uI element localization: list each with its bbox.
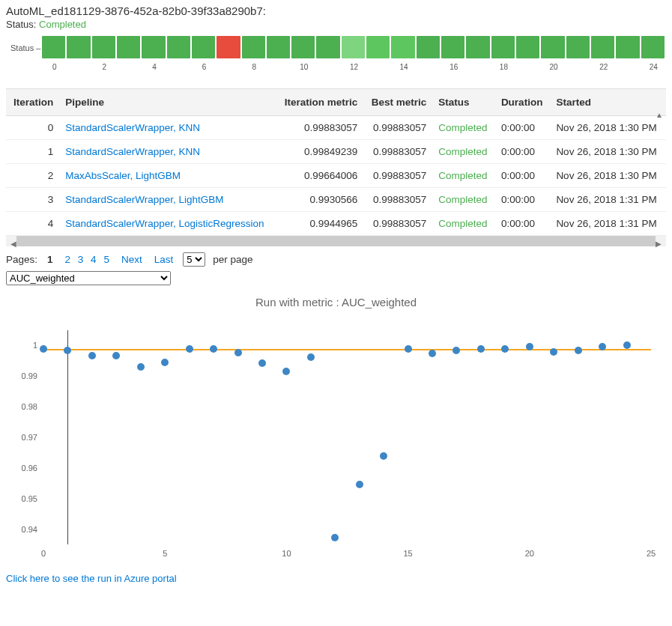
chart-point[interactable] [258,359,266,367]
chart-point[interactable] [599,343,606,350]
chart-xtick: 10 [282,549,291,558]
cell-status: Completed [438,170,487,181]
chart-point[interactable] [161,359,169,366]
status-cell[interactable] [391,36,414,58]
chart-point[interactable] [282,368,290,375]
chart-point[interactable] [405,345,412,353]
chart-point[interactable] [452,347,460,354]
pager-last[interactable]: Last [152,254,176,265]
metric-chart[interactable]: Run with metric : AUC_weighted 0.940.950… [6,296,666,565]
cell-best-metric: 0.99883057 [363,116,432,140]
table-row: 3StandardScalerWrapper, LightGBM0.993056… [6,188,666,212]
status-cell[interactable] [167,36,190,58]
per-page-suffix: per page [213,254,252,265]
chart-ytick: 0.97 [22,433,37,442]
col-iteration[interactable]: Iteration [6,89,59,116]
per-page-select[interactable]: 5 [183,252,205,267]
cell-started: Nov 26, 2018 1:30 PM [550,116,666,140]
chart-point[interactable] [40,345,47,353]
hscroll-right-icon[interactable]: ▶ [656,240,662,248]
cell-iter-metric: 0.99664006 [276,164,364,188]
pager-next[interactable]: Next [119,254,145,265]
status-cell[interactable] [291,36,315,58]
chart-point[interactable] [307,353,315,361]
status-cell[interactable] [217,36,240,58]
status-cell[interactable] [92,36,115,58]
chart-point[interactable] [210,345,217,353]
hscroll-track[interactable]: ◀ ▶ [6,236,666,246]
status-cell[interactable] [516,36,539,58]
chart-point[interactable] [623,341,631,349]
pager-page[interactable]: 3 [76,254,86,265]
status-cell[interactable] [591,36,614,58]
status-xtick: 4 [152,63,157,71]
table-row: 4StandardScalerWrapper, LogisticRegressi… [6,212,666,236]
status-cell[interactable] [441,36,464,58]
col-status[interactable]: Status [432,89,495,116]
chart-point[interactable] [112,352,120,359]
status-cell[interactable] [242,36,265,58]
status-cell[interactable] [417,36,440,58]
chart-point[interactable] [64,347,71,354]
results-table-container: ▲ Iteration Pipeline Iteration metric Be… [6,88,666,246]
cell-iteration: 2 [6,164,59,188]
status-cell[interactable] [142,36,165,58]
status-cell[interactable] [42,36,65,58]
chart-ytick: 0.95 [22,494,37,503]
pager-page[interactable]: 5 [101,254,112,265]
chart-point[interactable] [186,345,193,353]
col-duration[interactable]: Duration [495,89,551,116]
hscroll-left-icon[interactable]: ◀ [10,240,16,248]
pager-page[interactable]: 4 [88,254,99,265]
chart-ytick: 0.99 [22,371,37,380]
col-iter-metric[interactable]: Iteration metric [276,89,364,116]
status-cell[interactable] [641,36,665,58]
chart-point[interactable] [477,345,485,353]
chart-point[interactable] [356,481,363,488]
pipeline-link[interactable]: StandardScalerWrapper, LightGBM [65,194,223,205]
chart-point[interactable] [137,363,145,371]
pipeline-link[interactable]: StandardScalerWrapper, LogisticRegressio… [65,218,264,229]
chart-point[interactable] [575,347,582,354]
pipeline-link[interactable]: StandardScalerWrapper, KNN [65,122,200,133]
chart-point[interactable] [380,452,387,460]
status-axis-label: Status – [10,43,40,52]
status-cell[interactable] [67,36,90,58]
chart-point[interactable] [429,350,436,357]
chart-point[interactable] [234,349,242,356]
status-cell[interactable] [192,36,215,58]
cell-status: Completed [438,218,487,229]
pipeline-link[interactable]: StandardScalerWrapper, KNN [65,146,200,157]
pager-page[interactable]: 2 [63,254,73,265]
status-cell[interactable] [491,36,515,58]
status-xtick: 18 [500,63,508,71]
status-cell[interactable] [267,36,290,58]
status-cell[interactable] [466,36,489,58]
col-pipeline[interactable]: Pipeline [59,89,276,116]
status-cell[interactable] [117,36,140,58]
chart-point[interactable] [501,345,509,353]
chart-xtick: 5 [163,549,167,558]
status-xtick: 0 [52,63,57,71]
chart-point[interactable] [550,348,557,356]
status-cell[interactable] [566,36,590,58]
status-xtick: 24 [650,63,658,71]
chart-point[interactable] [88,352,96,359]
status-cell[interactable] [342,36,365,58]
azure-portal-link[interactable]: Click here to see the run in Azure porta… [6,573,177,584]
status-cell[interactable] [616,36,639,58]
status-xtick: 6 [202,63,207,71]
status-cell[interactable] [366,36,390,58]
status-xtick: 20 [549,63,557,71]
chart-point[interactable] [331,534,339,541]
col-started[interactable]: Started [550,89,666,116]
pipeline-link[interactable]: MaxAbsScaler, LightGBM [65,170,181,181]
col-best-metric[interactable]: Best metric [363,89,432,116]
status-cell[interactable] [316,36,339,58]
cell-duration: 0:00:00 [495,116,551,140]
status-cell[interactable] [541,36,564,58]
hscroll-thumb[interactable] [16,236,656,246]
cell-best-metric: 0.99883057 [363,212,432,236]
vscroll-up-icon[interactable]: ▲ [656,111,663,119]
metric-select[interactable]: AUC_weighted [6,271,171,285]
